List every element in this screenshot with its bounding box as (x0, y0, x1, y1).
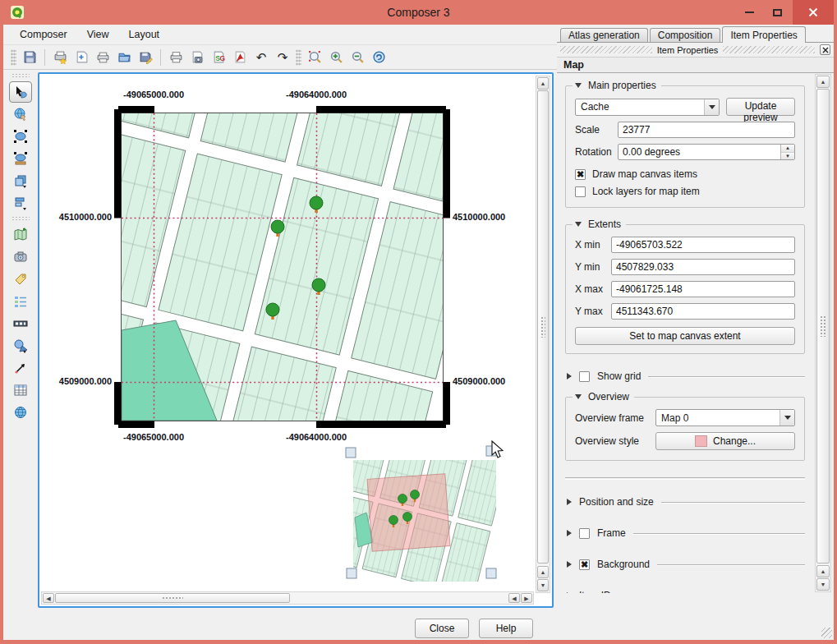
group-main-properties-header[interactable]: Main properties (573, 80, 661, 91)
add-attribute-table-icon[interactable] (9, 380, 32, 401)
add-basic-shape-icon[interactable] (9, 335, 32, 356)
section-item-id[interactable]: Item ID (567, 590, 805, 593)
group-overview-header[interactable]: Overview (573, 391, 634, 402)
resize-grip[interactable] (821, 628, 832, 638)
load-from-template-icon[interactable] (113, 48, 135, 67)
panel-vscroll-thumb[interactable] (816, 89, 830, 564)
section-show-grid[interactable]: Show grid (567, 370, 805, 382)
export-as-svg-icon[interactable]: SG (208, 48, 229, 67)
frame-checkbox[interactable] (579, 528, 590, 539)
xmin-input[interactable] (611, 237, 795, 253)
zoom-full-icon[interactable] (304, 48, 325, 67)
update-preview-button[interactable]: Update preview (726, 98, 795, 116)
close-window-button[interactable] (793, 0, 834, 25)
spinner-buttons[interactable]: ▲▼ (780, 145, 794, 159)
duplicate-composer-icon[interactable] (71, 48, 92, 67)
section-frame[interactable]: Frame (567, 527, 805, 539)
xmax-input[interactable] (611, 281, 795, 297)
move-item-content-icon[interactable] (9, 104, 32, 125)
spin-up-icon: ▲ (781, 145, 794, 153)
ymin-input[interactable] (611, 259, 795, 275)
map1-overview-item[interactable] (324, 423, 508, 597)
scroll-up-icon[interactable]: ▲ (537, 77, 549, 90)
rotation-spinbox[interactable]: 0.00 degrees ▲▼ (618, 144, 795, 160)
tab-atlas-generation[interactable]: Atlas generation (560, 28, 648, 42)
tab-item-properties[interactable]: Item Properties (722, 26, 805, 43)
zoom-out-icon[interactable] (347, 48, 368, 67)
save-as-template-icon[interactable] (135, 48, 156, 67)
scroll-down-icon[interactable]: ▼ (537, 579, 549, 591)
composer-manager-icon[interactable] (92, 48, 113, 67)
ungroup-items-icon[interactable] (9, 148, 32, 169)
save-icon[interactable] (19, 48, 40, 67)
zoom-in-icon[interactable] (325, 48, 347, 67)
scroll-up-icon[interactable]: ▲ (816, 76, 830, 88)
select-move-item-icon[interactable] (9, 81, 32, 103)
scroll-left2-icon[interactable]: ◀ (508, 593, 520, 603)
item-properties-panel: Atlas generation Composition Item Proper… (557, 25, 834, 595)
spin-down-icon: ▼ (781, 153, 794, 160)
export-as-pdf-icon[interactable] (229, 48, 251, 67)
canvas-vscrollbar[interactable]: ▲ ▲ ▼ (536, 76, 550, 593)
set-to-map-canvas-extent-button[interactable]: Set to map canvas extent (575, 327, 795, 345)
toolbox-handle[interactable] (11, 73, 30, 79)
tab-composition[interactable]: Composition (650, 28, 721, 42)
toolbox-handle-2[interactable] (11, 216, 30, 222)
canvas-hscrollbar[interactable]: ◀ ◀ ▶ (41, 591, 534, 605)
help-button[interactable]: Help (479, 619, 533, 638)
scroll-left-icon[interactable]: ◀ (43, 593, 54, 603)
group-extents-header[interactable]: Extents (573, 218, 626, 230)
expand-icon (567, 530, 572, 536)
raise-selected-items-icon[interactable] (9, 170, 32, 191)
new-composer-icon[interactable] (49, 48, 71, 67)
chevron-down-icon (780, 410, 794, 426)
canvas-vscroll-thumb[interactable] (537, 90, 549, 564)
export-as-image-icon[interactable] (186, 48, 208, 67)
scroll-right-icon[interactable]: ▶ (521, 593, 532, 603)
redo-icon[interactable]: ↷ (272, 48, 293, 67)
menu-layout[interactable]: Layout (119, 25, 170, 44)
group-items-icon[interactable] (9, 126, 32, 147)
preview-mode-combo[interactable]: Cache (575, 99, 720, 116)
close-button[interactable]: Close (415, 619, 469, 638)
toolbar-handle-2[interactable] (296, 49, 301, 66)
section-background[interactable]: Background (567, 559, 805, 570)
canvas-hscroll-thumb[interactable] (55, 593, 290, 603)
add-html-frame-icon[interactable] (9, 402, 32, 423)
toolbar-handle[interactable] (11, 49, 16, 66)
minimize-button[interactable] (737, 0, 761, 25)
panel-vscrollbar[interactable]: ▲ ▲ ▼ (815, 74, 831, 592)
add-image-icon[interactable] (9, 246, 32, 268)
scroll-down-icon[interactable]: ▼ (816, 578, 830, 591)
composition-canvas[interactable]: -49065000.000 -49064000.000 -49065000.00… (38, 72, 554, 608)
menu-view[interactable]: View (77, 25, 119, 44)
scale-input[interactable] (618, 122, 795, 138)
add-label-icon[interactable] (9, 269, 32, 290)
refresh-view-icon[interactable] (368, 48, 389, 67)
print-icon[interactable] (165, 48, 186, 67)
menu-composer[interactable]: Composer (10, 25, 77, 44)
dock-close-button[interactable] (820, 44, 830, 55)
add-arrow-icon[interactable] (9, 357, 32, 379)
grid-label-left-bottom: 4509000.000 (44, 376, 112, 386)
add-new-map-icon[interactable] (9, 224, 32, 246)
add-new-legend-icon[interactable] (9, 291, 32, 312)
align-selected-items-icon[interactable] (9, 192, 32, 214)
show-grid-checkbox[interactable] (579, 371, 590, 382)
scroll-up2-icon[interactable]: ▲ (816, 565, 830, 577)
maximize-button[interactable] (765, 0, 789, 25)
scroll-up2-icon[interactable]: ▲ (537, 566, 549, 578)
overview-style-change-button[interactable]: Change... (655, 432, 795, 450)
group-main-properties: Main properties Cache Update preview Sca… (565, 85, 805, 208)
overview-frame-combo[interactable]: Map 0 (655, 409, 795, 426)
composition-page[interactable] (39, 74, 552, 606)
add-new-scalebar-icon[interactable] (9, 313, 32, 334)
section-position-and-size[interactable]: Position and size (567, 496, 805, 508)
undo-icon[interactable]: ↶ (251, 48, 272, 67)
background-checkbox[interactable] (579, 559, 590, 570)
ymax-input[interactable] (611, 303, 795, 320)
group-overview: Overview Overview frame Map 0 Overview s… (565, 397, 805, 461)
item-type-header: Map (557, 57, 834, 73)
lock-layers-checkbox[interactable] (575, 186, 586, 197)
draw-map-canvas-items-checkbox[interactable] (575, 169, 586, 180)
